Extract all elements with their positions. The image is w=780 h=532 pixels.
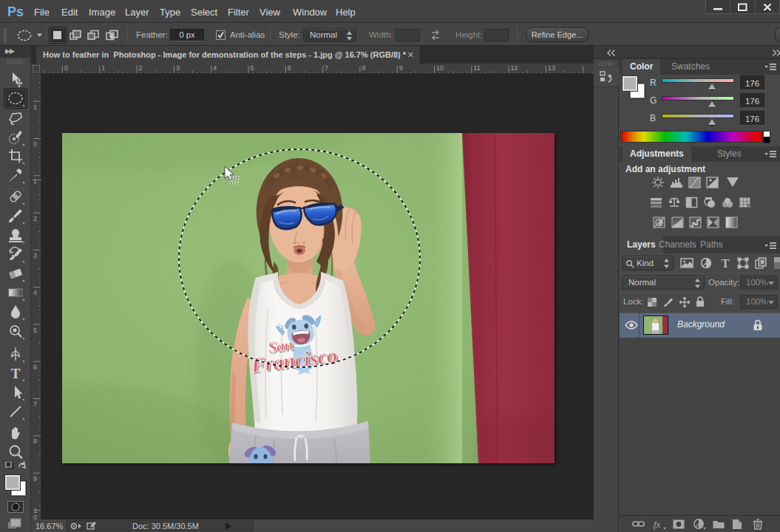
svg-text:3: 3 [33,252,37,259]
svg-text:4: 4 [33,289,37,296]
svg-text:7: 7 [33,400,37,408]
svg-text:10: 10 [436,64,444,72]
svg-text:2: 2 [33,215,37,222]
svg-text:T: T [11,366,21,381]
svg-text:12: 12 [511,64,518,72]
svg-text:4: 4 [213,64,217,72]
svg-text:7: 7 [325,64,328,72]
svg-text:1: 1 [33,177,37,185]
svg-text:1: 1 [33,103,37,111]
svg-text:0: 0 [64,64,68,72]
svg-text:5: 5 [33,327,37,334]
svg-text:8: 8 [362,64,365,72]
svg-text:6: 6 [33,364,37,371]
svg-text:0: 0 [33,514,37,519]
svg-text:8: 8 [33,437,37,445]
svg-text:9: 9 [399,64,403,72]
svg-text:9: 9 [33,475,37,482]
svg-text:3: 3 [176,64,180,72]
svg-text:2: 2 [139,64,143,72]
svg-text:11: 11 [473,64,480,72]
svg-text:5: 5 [251,64,254,72]
svg-text:6: 6 [288,64,291,72]
svg-text:fx: fx [654,519,661,530]
svg-text:0: 0 [33,140,37,148]
svg-text:T: T [722,257,730,269]
svg-text:1: 1 [101,64,105,72]
svg-text:13: 13 [548,64,555,72]
